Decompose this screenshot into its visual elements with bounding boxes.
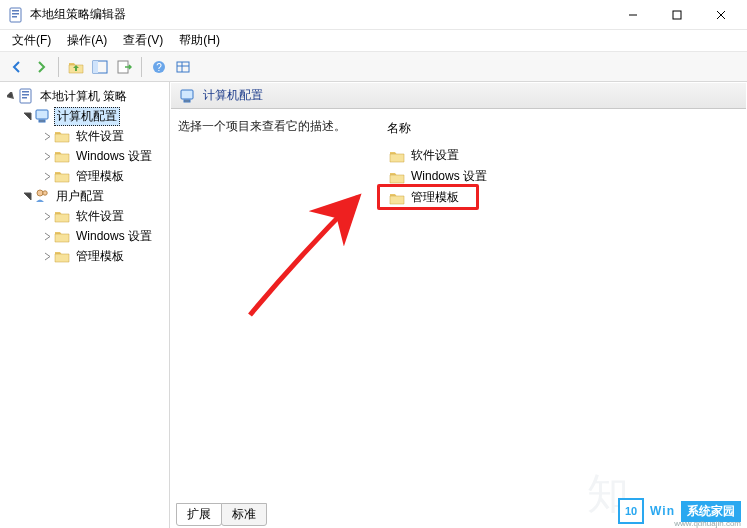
filter-button[interactable] — [172, 56, 194, 78]
computer-icon — [179, 88, 195, 104]
up-button[interactable] — [65, 56, 87, 78]
computer-icon — [34, 108, 50, 124]
tree-user-windows[interactable]: Windows 设置 — [0, 226, 169, 246]
expand-icon[interactable] — [40, 252, 54, 261]
column-name[interactable]: 名称 — [383, 118, 739, 139]
folder-icon — [54, 148, 70, 164]
toolbar: ? — [0, 52, 747, 82]
list-item-software[interactable]: 软件设置 — [383, 145, 739, 166]
folder-icon — [389, 190, 405, 206]
svg-rect-17 — [177, 62, 189, 72]
view-tabs: 扩展 标准 — [176, 504, 266, 526]
tree-user-software[interactable]: 软件设置 — [0, 206, 169, 226]
expand-icon[interactable] — [4, 92, 18, 101]
close-button[interactable] — [699, 1, 743, 29]
details-panel: 计算机配置 选择一个项目来查看它的描述。 名称 软件设置 Windows 设置 — [170, 82, 747, 528]
forward-button[interactable] — [30, 56, 52, 78]
window-title: 本地组策略编辑器 — [30, 6, 611, 23]
watermark-badge: 10 — [618, 498, 644, 524]
folder-icon — [54, 228, 70, 244]
titlebar: 本地组策略编辑器 — [0, 0, 747, 30]
menu-action[interactable]: 操作(A) — [59, 30, 115, 51]
details-header: 计算机配置 — [171, 83, 746, 109]
tree-root[interactable]: 本地计算机 策略 — [0, 86, 169, 106]
folder-icon — [54, 248, 70, 264]
expand-icon[interactable] — [40, 132, 54, 141]
export-list-button[interactable] — [113, 56, 135, 78]
help-button[interactable]: ? — [148, 56, 170, 78]
svg-text:?: ? — [156, 62, 162, 73]
app-icon — [8, 7, 24, 23]
details-title: 计算机配置 — [203, 87, 263, 104]
collapse-icon[interactable] — [20, 112, 34, 121]
tree-comp-windows[interactable]: Windows 设置 — [0, 146, 169, 166]
folder-icon — [389, 148, 405, 164]
folder-icon — [54, 208, 70, 224]
folder-icon — [54, 168, 70, 184]
list-item-windows[interactable]: Windows 设置 — [383, 166, 739, 187]
menubar: 文件(F) 操作(A) 查看(V) 帮助(H) — [0, 30, 747, 52]
collapse-icon[interactable] — [20, 192, 34, 201]
items-list: 名称 软件设置 Windows 设置 管理模板 — [383, 118, 739, 528]
watermark-url: www.qdhuajin.com — [674, 519, 741, 528]
tree-root-label: 本地计算机 策略 — [38, 88, 129, 105]
expand-icon[interactable] — [40, 172, 54, 181]
tree-comp-software[interactable]: 软件设置 — [0, 126, 169, 146]
tree-user-config[interactable]: 用户配置 — [0, 186, 169, 206]
tree-computer-label: 计算机配置 — [54, 107, 120, 126]
tree-panel[interactable]: 本地计算机 策略 计算机配置 软件设置 Windows 设置 管理模板 用户配置 — [0, 82, 170, 528]
menu-file[interactable]: 文件(F) — [4, 30, 59, 51]
tree-computer-config[interactable]: 计算机配置 — [0, 106, 169, 126]
main-content: 本地计算机 策略 计算机配置 软件设置 Windows 设置 管理模板 用户配置 — [0, 82, 747, 528]
expand-icon[interactable] — [40, 232, 54, 241]
policy-icon — [18, 88, 34, 104]
tab-standard[interactable]: 标准 — [221, 503, 267, 526]
maximize-button[interactable] — [655, 1, 699, 29]
tree-user-label: 用户配置 — [54, 188, 106, 205]
expand-icon[interactable] — [40, 212, 54, 221]
show-hide-tree-button[interactable] — [89, 56, 111, 78]
svg-rect-13 — [93, 61, 98, 73]
folder-icon — [54, 128, 70, 144]
back-button[interactable] — [6, 56, 28, 78]
menu-view[interactable]: 查看(V) — [115, 30, 171, 51]
expand-icon[interactable] — [40, 152, 54, 161]
list-item-templates[interactable]: 管理模板 — [383, 187, 739, 208]
users-icon — [34, 188, 50, 204]
watermark-brand1: Win — [650, 504, 675, 518]
svg-rect-9 — [673, 11, 681, 19]
tree-comp-templates[interactable]: 管理模板 — [0, 166, 169, 186]
tree-user-templates[interactable]: 管理模板 — [0, 246, 169, 266]
minimize-button[interactable] — [611, 1, 655, 29]
description-text: 选择一个项目来查看它的描述。 — [178, 118, 383, 528]
menu-help[interactable]: 帮助(H) — [171, 30, 228, 51]
tab-extended[interactable]: 扩展 — [176, 503, 222, 526]
folder-icon — [389, 169, 405, 185]
